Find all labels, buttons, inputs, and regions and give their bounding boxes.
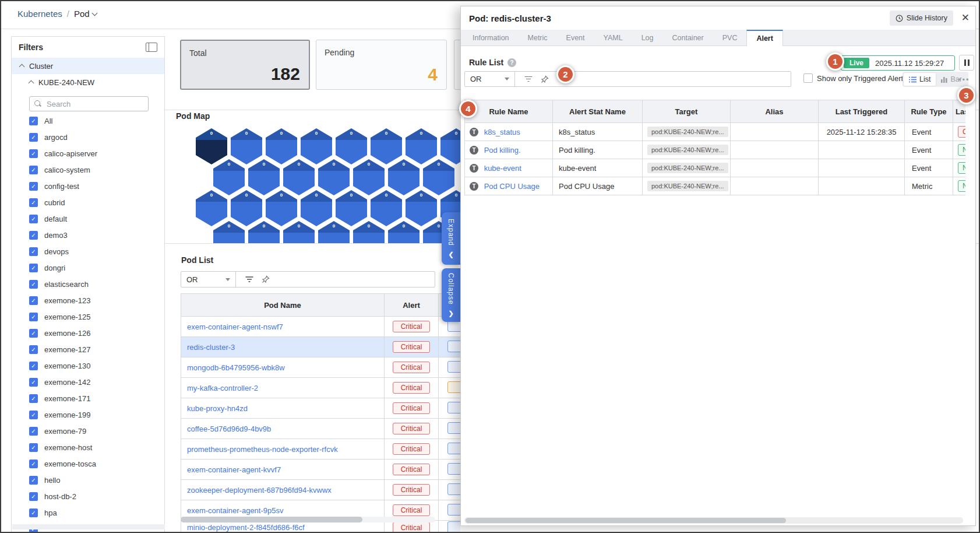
pod-hexagon[interactable]: 0	[353, 221, 385, 243]
target-chip[interactable]: pod:KUBE-240-NEW;re...	[647, 181, 728, 191]
namespace-item[interactable]: ✓ config-test	[29, 182, 164, 191]
namespace-item[interactable]: ✓ cubrid	[29, 198, 164, 207]
pod-hexagon[interactable]: 0	[388, 159, 420, 195]
column-header-alert-stat-name[interactable]: Alert Stat Name	[553, 100, 643, 123]
pod-hexagon[interactable]: 0	[266, 128, 297, 164]
pod-hexagon[interactable]: 0	[213, 159, 245, 195]
close-icon[interactable]: ✕	[961, 12, 970, 24]
pod-hexagon[interactable]: 0	[196, 190, 227, 226]
namespace-item[interactable]: ✓ devops	[29, 247, 164, 256]
pod-name-link[interactable]: coffee-5d76d96d9-4bv9b	[181, 419, 385, 439]
summary-card-total[interactable]: Total 182	[180, 40, 310, 90]
column-header-last-triggered[interactable]: Last Triggered	[819, 100, 905, 123]
tree-item-cluster[interactable]: Cluster	[12, 58, 164, 74]
pod-hexagon[interactable]: 0	[196, 128, 227, 164]
panel-tab-yaml[interactable]: YAML	[594, 30, 632, 45]
panel-horizontal-scrollbar[interactable]	[464, 517, 963, 524]
pin-icon[interactable]	[541, 75, 549, 83]
namespace-item[interactable]: ✓ exemone-123	[29, 296, 164, 305]
namespace-item[interactable]: ✓ host-db-2	[29, 492, 164, 501]
pod-name-link[interactable]: prometheus-prometheus-node-exporter-rfcv…	[181, 439, 385, 460]
panel-tab-event[interactable]: Event	[557, 30, 594, 45]
namespace-item[interactable]: ✓ elasticsearch	[29, 280, 164, 289]
breadcrumb-page-dropdown[interactable]: Pod	[74, 9, 97, 19]
pod-name-link[interactable]: mongodb-6b4795956-wbk8w	[181, 357, 385, 378]
namespace-item[interactable]: ✓ calico-apiserver	[29, 149, 164, 158]
target-chip[interactable]: pod:KUBE-240-NEW;re...	[647, 127, 728, 137]
show-only-triggered-toggle[interactable]: Show only Triggered Alert	[803, 73, 903, 83]
pod-hexagon[interactable]: 0	[318, 159, 350, 195]
live-badge[interactable]: Live	[844, 58, 869, 68]
pod-hexagon[interactable]: 0	[371, 190, 402, 226]
pin-icon[interactable]	[262, 275, 270, 283]
pod-hexagon[interactable]: 0	[231, 128, 262, 164]
column-header-alias[interactable]: Alias	[731, 100, 819, 123]
panel-tab-alert[interactable]: Alert	[746, 30, 782, 46]
pod-list-operator-select[interactable]: OR	[181, 272, 236, 287]
pod-hexagon[interactable]: 0	[388, 221, 420, 243]
rule-name-link[interactable]: Pod CPU Usage	[484, 182, 540, 191]
column-header-alert[interactable]: Alert	[385, 294, 439, 317]
pod-name-link[interactable]: zookeeper-deployment-687b96fd94-kvwwx	[181, 480, 385, 500]
namespace-search[interactable]	[29, 96, 149, 111]
scrollbar-thumb[interactable]	[466, 518, 786, 523]
pod-hexagon[interactable]: 0	[353, 159, 385, 195]
pod-name-link[interactable]: exem-container-agent-nswf7	[181, 317, 385, 337]
column-header-target[interactable]: Target	[643, 100, 731, 123]
namespace-item[interactable]: ✓ demo3	[29, 231, 164, 240]
slide-history-button[interactable]: Slide History	[890, 10, 953, 26]
panel-collapse-tab[interactable]: Collapse ❯	[442, 268, 460, 322]
namespace-item[interactable]: ✓ exemone-199	[29, 411, 164, 419]
panel-tab-information[interactable]: Information	[463, 30, 519, 45]
panel-tab-pvc[interactable]: PVC	[713, 30, 747, 45]
pod-hexagon[interactable]: 0	[231, 190, 262, 226]
namespace-item[interactable]: ✓ exemone-142	[29, 378, 164, 387]
rule-list-operator-select[interactable]: OR	[465, 72, 515, 86]
column-header-rule-name[interactable]: Rule Name	[465, 100, 553, 123]
pause-button[interactable]	[959, 55, 974, 71]
pod-name-link[interactable]: kube-proxy-hn4zd	[181, 398, 385, 419]
panel-expand-tab[interactable]: Expand ❮	[442, 212, 460, 265]
pod-hexagon[interactable]: 0	[301, 190, 332, 226]
panel-tab-container[interactable]: Container	[663, 30, 713, 45]
summary-card-pending[interactable]: Pending 4	[316, 40, 447, 90]
checkbox-unchecked-icon[interactable]	[803, 73, 813, 83]
pod-hexagon[interactable]: 0	[283, 159, 315, 195]
panel-tab-log[interactable]: Log	[632, 30, 663, 45]
pod-hexagon[interactable]: 0	[266, 190, 297, 226]
rule-name-link[interactable]: k8s_status	[484, 128, 520, 136]
namespace-item[interactable]: ✓ exemone-125	[29, 313, 164, 321]
rule-name-link[interactable]: kube-event	[484, 164, 521, 173]
namespace-item[interactable]: ✓ calico-system	[29, 166, 164, 174]
panel-tab-metric[interactable]: Metric	[519, 30, 557, 45]
pod-hexagon[interactable]: 0	[336, 128, 367, 164]
pod-name-link[interactable]: redis-cluster-3	[181, 337, 385, 357]
namespace-item[interactable]: ✓ exemone-79	[29, 427, 164, 436]
breadcrumb-app[interactable]: Kubernetes	[17, 9, 62, 19]
sidebar-bottom-scrollbar[interactable]	[12, 524, 165, 530]
pod-name-link[interactable]: exem-container-agent-kvvf7	[181, 460, 385, 480]
tree-item-cluster-name[interactable]: KUBE-240-NEW	[12, 74, 164, 90]
namespace-item[interactable]: ✓ exemone-host	[29, 443, 164, 452]
sidebar-collapse-icon[interactable]	[146, 43, 157, 52]
more-options-icon[interactable]: •••	[958, 75, 970, 84]
column-header-pod-name[interactable]: Pod Name	[181, 294, 385, 317]
namespace-item[interactable]: ✓ hpa	[29, 509, 164, 517]
namespace-item[interactable]: ✓ hello	[29, 476, 164, 485]
namespace-item[interactable]: ✓ exemone-171	[29, 394, 164, 403]
namespace-item[interactable]: ✓ default	[29, 215, 164, 223]
rule-name-link[interactable]: Pod killing.	[484, 146, 521, 155]
filter-icon[interactable]	[524, 76, 533, 83]
search-input[interactable]	[45, 99, 135, 109]
namespace-item[interactable]: ✓ exemone-130	[29, 362, 164, 370]
namespace-item[interactable]: ✓ exemone-126	[29, 329, 164, 338]
namespace-item[interactable]: ✓ All	[29, 117, 164, 125]
filter-icon[interactable]	[245, 276, 253, 283]
pod-hexagon[interactable]: 0	[318, 221, 350, 243]
view-list-button[interactable]: List	[904, 73, 936, 86]
pod-hexagon[interactable]: 0	[283, 221, 315, 243]
namespace-item[interactable]: ✓ dongri	[29, 264, 164, 272]
pod-hexagon[interactable]: 0	[248, 221, 280, 243]
pod-list-horizontal-scrollbar[interactable]	[181, 517, 435, 523]
pod-hexagon[interactable]: 0	[371, 128, 402, 164]
